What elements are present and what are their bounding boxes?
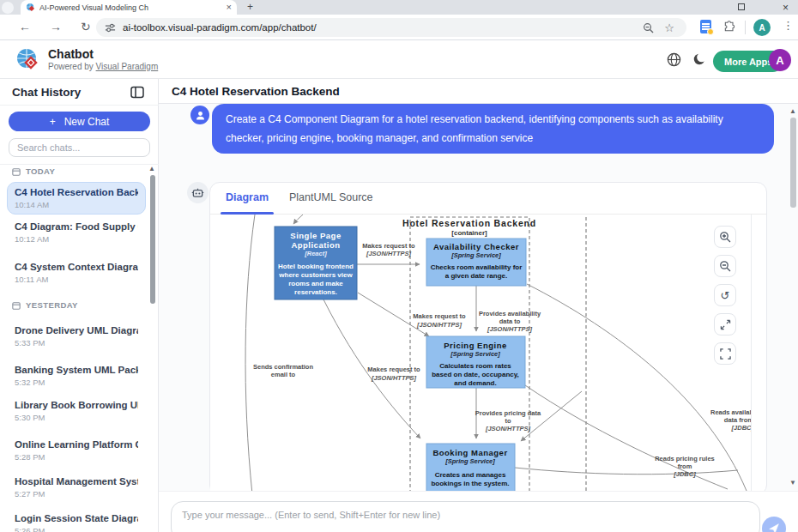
tab-plantuml-source[interactable]: PlantUML Source	[289, 191, 373, 203]
tab-diagram[interactable]: Diagram	[226, 191, 269, 203]
chat-area: Create a C4 Component Diagram for a hote…	[159, 104, 798, 491]
node-pricing-engine[interactable]: Pricing Engine [Spring Service] Calculat…	[426, 336, 525, 388]
boundary-title: Hotel Reservation Backend	[402, 218, 536, 228]
chat-item-title: C4 Diagram: Food Supply Ch...	[15, 221, 138, 232]
powered-by: Powered by Visual Paradigm	[48, 62, 158, 71]
robot-icon	[191, 186, 204, 199]
sidebar-collapse-icon[interactable]	[130, 86, 144, 99]
chat-item[interactable]: Library Book Borrowing UML 5:30 PM	[7, 395, 146, 427]
edge-label: Reads availab	[710, 408, 752, 416]
divider	[0, 105, 159, 106]
node-tech: [Spring Service]	[450, 350, 500, 358]
search-chats-input[interactable]	[9, 138, 150, 157]
new-chat-button[interactable]: + New Chat	[9, 112, 150, 131]
url-text[interactable]: ai-toolbox.visual-paradigm.com/app/chatb…	[123, 22, 317, 33]
window-close-button[interactable]: ×	[783, 2, 789, 14]
app-title: Chatbot	[48, 47, 94, 61]
edge-label: [JSON/HTTPS]	[371, 374, 417, 382]
chat-item[interactable]: Login Session State Diagram 5:26 PM	[7, 508, 146, 532]
visual-paradigm-link[interactable]: Visual Paradigm	[96, 62, 159, 71]
chat-item-active[interactable]: C4 Hotel Reservation Backend 10:14 AM	[7, 182, 146, 215]
docs-extension-icon[interactable]	[700, 20, 711, 33]
main-scrollbar-thumb[interactable]	[790, 118, 796, 208]
node-title: Pricing Engine	[444, 341, 507, 350]
url-bar[interactable]: ai-toolbox.visual-paradigm.com/app/chatb…	[96, 18, 686, 37]
bookmark-star-icon[interactable]: ☆	[664, 21, 674, 34]
main-panel: C4 Hotel Reservation Backend Create a C4…	[159, 79, 798, 532]
edge-label: [JDBC]	[673, 470, 696, 478]
edge-label: data to	[499, 317, 521, 325]
sidebar-scrollbar-up[interactable]: ▲	[148, 165, 155, 172]
node-availability-checker[interactable]: Availability Checker [Spring Service] Ch…	[426, 239, 526, 286]
zoom-in-button[interactable]	[714, 226, 736, 248]
node-desc: rooms and make	[288, 280, 343, 287]
language-globe-icon[interactable]	[667, 52, 681, 67]
edge-label: Makes request to	[362, 242, 415, 250]
edge-label: data from	[724, 416, 752, 424]
node-tech: [Spring Service]	[444, 457, 495, 465]
chat-item-time: 5:28 PM	[15, 452, 138, 462]
page-zoom-icon[interactable]	[643, 22, 654, 33]
node-title: Application	[291, 240, 340, 250]
back-button[interactable]: ←	[19, 20, 31, 33]
node-desc: Hotel booking frontend	[278, 263, 354, 270]
chat-item-title: C4 Hotel Reservation Backend	[15, 187, 138, 197]
chat-item[interactable]: C4 Diagram: Food Supply Ch... 10:12 AM	[7, 216, 146, 249]
node-booking-manager[interactable]: Booking Manager [Spring Service] Creates…	[426, 444, 515, 491]
chat-item-title: Banking System UML Packag...	[15, 365, 138, 375]
message-input[interactable]	[171, 501, 760, 532]
favicon-visual-paradigm-icon	[26, 3, 35, 12]
dark-mode-moon-icon[interactable]	[692, 52, 706, 66]
visual-paradigm-logo	[15, 47, 39, 71]
zoom-out-button[interactable]	[714, 255, 736, 277]
browser-menu-icon[interactable]: ⋮	[783, 19, 794, 32]
user-avatar-header[interactable]: A	[769, 49, 791, 71]
tab-title: AI-Powered Visual Modeling Ch	[39, 3, 148, 12]
calendar-icon	[12, 167, 21, 176]
node-single-page-application[interactable]: Single Page Application [React] Hotel bo…	[275, 227, 357, 299]
new-tab-button[interactable]: +	[247, 1, 253, 13]
browser-tabstrip: AI-Powered Visual Modeling Ch × + ×	[0, 0, 798, 15]
diagram-tabs: Diagram PlantUML Source	[210, 183, 766, 215]
send-button[interactable]	[762, 517, 786, 532]
powered-by-prefix: Powered by	[48, 62, 94, 71]
node-title: Booking Manager	[432, 448, 507, 457]
extensions-puzzle-icon[interactable]	[722, 20, 736, 33]
sidebar-scrollbar-thumb[interactable]	[150, 175, 155, 304]
chat-item[interactable]: Hospital Management Syste... 5:27 PM	[7, 471, 146, 504]
chat-item[interactable]: Online Learning Platform Co... 5:28 PM	[7, 434, 146, 467]
browser-tab-active[interactable]: AI-Powered Visual Modeling Ch ×	[21, 0, 237, 15]
chat-item[interactable]: Banking System UML Packag... 5:32 PM	[7, 360, 146, 392]
paper-plane-icon	[768, 523, 780, 532]
diagram-card: Diagram PlantUML Source	[209, 182, 767, 491]
fullscreen-button[interactable]	[714, 342, 736, 365]
main-scrollbar-up[interactable]: ▲	[789, 107, 796, 115]
chat-item-time: 5:33 PM	[15, 338, 138, 348]
edge-label: [JSON/HTTPS]	[366, 250, 412, 257]
site-info-icon[interactable]	[105, 22, 116, 33]
node-desc: based on date, occupancy,	[432, 371, 519, 378]
chat-item-title: C4 System Context Diagram	[15, 262, 138, 272]
main-scrollbar-down[interactable]: ▼	[789, 479, 796, 487]
tab-close-icon[interactable]: ×	[227, 3, 232, 12]
chat-item-title: Drone Delivery UML Diagram	[15, 325, 138, 336]
edge-label: to	[505, 417, 511, 425]
diagram-canvas[interactable]: Hotel Reservation Backend [container]	[210, 215, 752, 491]
forward-button[interactable]: →	[50, 20, 62, 33]
browser-profile-avatar[interactable]: A	[753, 19, 771, 36]
tab-search-icon[interactable]	[2, 2, 14, 14]
node-desc: Checks room availability for	[431, 263, 523, 271]
chat-item[interactable]: Drone Delivery UML Diagram 5:33 PM	[7, 320, 146, 353]
app-header: Chatbot Powered by Visual Paradigm More …	[0, 40, 798, 79]
edge-label: Makes request to	[413, 312, 466, 320]
reset-view-button[interactable]: ↺	[714, 284, 736, 306]
node-tech: [Spring Service]	[450, 251, 501, 259]
chat-item-time: 5:32 PM	[15, 378, 138, 387]
reload-button[interactable]: ↻	[81, 20, 91, 33]
user-message-avatar	[190, 106, 209, 124]
fit-expand-button[interactable]	[714, 313, 736, 336]
node-desc: a given date range.	[445, 272, 507, 280]
chat-item-title: Hospital Management Syste...	[15, 476, 138, 487]
window-maximize-button[interactable]	[738, 2, 745, 12]
chat-item[interactable]: C4 System Context Diagram 10:11 AM	[7, 257, 146, 289]
